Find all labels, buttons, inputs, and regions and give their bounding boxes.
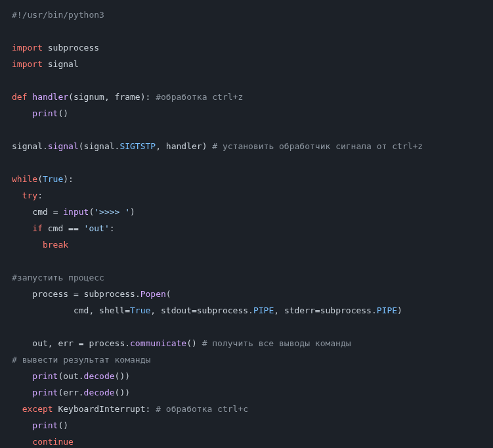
while-kw: while	[12, 174, 37, 184]
param: signum	[74, 92, 104, 102]
except-kw: except	[22, 404, 53, 414]
print-call: print	[32, 371, 58, 381]
prompt-string: '>>>> '	[94, 207, 130, 217]
out-id: out	[32, 338, 47, 348]
pipe-const: PIPE	[377, 305, 397, 315]
module-name: signal	[48, 59, 79, 69]
comment: # получить все выводы команды	[202, 338, 351, 348]
subprocess-id: subprocess	[84, 289, 135, 299]
code-block: #!/usr/bin/python3 import subprocess imp…	[0, 0, 493, 448]
handler-ref: handler	[166, 141, 202, 151]
sigtstp-const: SIGTSTP	[119, 141, 156, 151]
decode-fn: decode	[84, 371, 115, 381]
comment: # обработка ctrl+c	[156, 404, 248, 414]
print-call: print	[32, 388, 58, 397]
import-kw: import	[12, 43, 43, 53]
err-id: err	[58, 338, 73, 348]
comment: # установить обработчик сигнала от ctrl+…	[212, 141, 423, 151]
process-id: process	[32, 289, 68, 299]
process-id: process	[89, 338, 125, 348]
signal-id: signal	[84, 141, 115, 151]
comment: # вывести результат команды	[12, 355, 150, 365]
assign-op: =	[53, 207, 58, 217]
func-name: handler	[32, 92, 68, 102]
subprocess-id: subprocess	[197, 305, 248, 315]
if-kw: if	[32, 223, 43, 233]
true-const: True	[130, 305, 150, 315]
signal-fn: signal	[48, 141, 79, 151]
signal-id: signal	[12, 141, 43, 151]
assign-op: =	[79, 338, 84, 348]
cmd-arg: cmd	[74, 305, 89, 315]
stderr-kwarg: stderr	[284, 305, 315, 315]
param: frame	[115, 92, 140, 102]
pipe-const: PIPE	[253, 305, 274, 315]
stdout-kwarg: stdout	[161, 305, 192, 315]
shell-kwarg: shell	[99, 305, 125, 315]
subprocess-id: subprocess	[320, 305, 372, 315]
try-kw: try	[22, 190, 37, 200]
true-const: True	[43, 174, 63, 184]
print-call: print	[32, 420, 58, 430]
continue-kw: continue	[32, 437, 74, 447]
out-string: 'out'	[84, 223, 110, 233]
cmd-id: cmd	[48, 223, 63, 233]
print-call: print	[32, 108, 58, 118]
comment: #обработка ctrl+z	[156, 92, 243, 102]
break-kw: break	[43, 240, 68, 250]
kbint-exc: KeyboardInterrupt	[58, 404, 145, 414]
module-name: subprocess	[48, 43, 99, 53]
popen-fn: Popen	[140, 289, 166, 299]
def-kw: def	[12, 92, 27, 102]
eq-op: ==	[68, 223, 79, 233]
communicate-fn: communicate	[130, 338, 186, 348]
comment: #запустить процесс	[12, 273, 104, 282]
cmd-id: cmd	[32, 207, 47, 217]
assign-op: =	[74, 289, 79, 299]
decode-fn: decode	[84, 388, 115, 397]
err-id: err	[63, 388, 78, 397]
out-id: out	[63, 371, 78, 381]
input-fn: input	[63, 207, 89, 217]
import-kw: import	[12, 59, 43, 69]
shebang-comment: #!/usr/bin/python3	[12, 10, 104, 20]
